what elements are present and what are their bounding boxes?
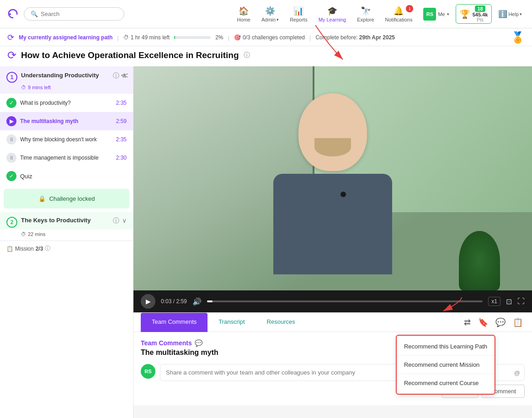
quiz-status-icon: ✓	[6, 171, 16, 181]
challenge-locked: 🔒 Challenge locked	[4, 189, 129, 209]
comment-icon[interactable]: 💬	[494, 316, 507, 329]
lesson-4-status-icon: ⏸	[6, 153, 16, 163]
bookmark-icon[interactable]: 🔖	[476, 316, 490, 329]
recommend-course[interactable]: Recommend current Course	[397, 374, 495, 392]
lock-icon: 🔒	[38, 195, 46, 202]
lp-sep2: |	[228, 34, 229, 41]
video-head	[298, 93, 367, 171]
nav-my-learning-label: My Learning	[319, 17, 346, 22]
video-frame	[133, 66, 532, 290]
recommend-mission[interactable]: Recommend current Mission	[397, 355, 495, 374]
pts-value: 545.4k	[473, 12, 488, 17]
lp-progress-pct: 2%	[215, 34, 223, 41]
lp-title-row: ⟳ How to Achieve Operational Excellence …	[0, 46, 532, 66]
title-info-icon[interactable]: ⓘ	[244, 51, 250, 59]
nav-notifications[interactable]: 1 🔔 Notifications	[381, 4, 417, 24]
tabs-row: Team Comments Transcript Resources ⇄ 🔖 💬…	[133, 313, 532, 332]
lp-complete-before: Complete before: 29th Apr 2025	[315, 34, 395, 41]
nav-explore[interactable]: 🔭 Explore	[352, 4, 378, 24]
notification-badge: 1	[406, 5, 413, 12]
section1-header: 1 Understanding Productivity ⓘ ∧	[0, 66, 133, 85]
lp-title-icon: ⟳	[7, 49, 16, 62]
caption-icon[interactable]: ⊡	[506, 297, 512, 306]
lp-assigned-label: My currently assigned learning path	[19, 34, 112, 41]
speed-button[interactable]: x1	[488, 297, 500, 306]
section1-title: Understanding Productivity	[21, 72, 109, 79]
sidebar-collapse-button[interactable]: ≪	[121, 71, 128, 80]
me-button[interactable]: RS Me ▾	[419, 6, 453, 22]
main-nav: 🏠 Home ⚙️ Admin ▾ 📊 Reports 🎓 My Learnin…	[233, 4, 527, 24]
lp-challenges: 🎯 0/3 challenges completed	[234, 34, 305, 41]
nav-notifications-label: Notifications	[385, 17, 413, 22]
lesson-1-name: What is productivity?	[20, 100, 112, 106]
video-controls: ▶ 0:03 / 2:59 🔊 x1 ⊡ ⛶	[133, 290, 532, 312]
main-content: ≪ 1 Understanding Productivity ⓘ ∧ ⏱ 9 m…	[0, 66, 532, 418]
nav-admin[interactable]: ⚙️ Admin ▾	[257, 4, 283, 24]
lesson-1-status-icon: ✓	[6, 98, 16, 108]
at-mention-icon[interactable]: @	[514, 369, 520, 376]
help-button[interactable]: ℹ️ Help ▾	[494, 8, 527, 20]
lesson-3-name: Why time blocking doesn't work	[20, 136, 112, 143]
video-body	[273, 174, 392, 274]
tab-resources[interactable]: Resources	[256, 313, 306, 332]
lesson-4[interactable]: ⏸ Time management is impossible 2:30	[0, 149, 133, 167]
lesson-1-time: 2:35	[116, 100, 127, 106]
reports-icon: 📊	[293, 6, 303, 16]
mission-label: Mission	[15, 246, 34, 252]
help-icon: ℹ️	[498, 10, 507, 18]
nav-explore-label: Explore	[357, 17, 374, 22]
section2-expand-icon[interactable]: ∨	[122, 217, 127, 225]
section1-num: 1	[6, 72, 17, 83]
section2-info-icon[interactable]: ⓘ	[113, 217, 119, 225]
nav-my-learning[interactable]: 🎓 My Learning	[314, 4, 351, 24]
section2-clock-icon: ⏱	[21, 231, 26, 237]
recommend-dropdown: Recommend this Learning Path Recommend c…	[396, 335, 495, 395]
lp-sep1: |	[117, 34, 118, 41]
points-icon: 🏆	[460, 9, 470, 19]
lesson-2[interactable]: ▶ The multitasking myth 2:59	[0, 112, 133, 130]
video-progress-bar[interactable]	[207, 300, 483, 302]
award-icon: 🏅	[511, 31, 525, 44]
play-button[interactable]: ▶	[141, 294, 155, 309]
page-title: How to Achieve Operational Excellence in…	[21, 50, 239, 60]
share-icon[interactable]: ⇄	[462, 316, 473, 329]
section1: 1 Understanding Productivity ⓘ ∧ ⏱ 9 min…	[0, 66, 133, 94]
recommend-learning-path[interactable]: Recommend this Learning Path	[397, 338, 495, 355]
video-progress-fill	[207, 300, 213, 302]
notifications-icon: 🔔	[394, 6, 404, 16]
notes-icon[interactable]: 📋	[511, 316, 525, 329]
section1-info-icon[interactable]: ⓘ	[113, 72, 119, 80]
section1-clock-icon: ⏱	[21, 85, 26, 90]
tab-team-comments[interactable]: Team Comments	[141, 313, 207, 332]
help-label: Help	[508, 11, 519, 17]
volume-icon[interactable]: 🔊	[192, 297, 202, 306]
score-badge: 18	[475, 5, 485, 12]
lesson-3-time: 2:35	[116, 136, 127, 143]
lesson-2-status-icon: ▶	[6, 116, 16, 126]
quiz-item[interactable]: ✓ Quiz	[0, 167, 133, 185]
comments-chat-icon: 💬	[195, 339, 202, 347]
sidebar: ≪ 1 Understanding Productivity ⓘ ∧ ⏱ 9 m…	[0, 66, 133, 418]
lesson-2-name: The multitasking myth	[20, 118, 112, 124]
search-input[interactable]	[41, 11, 117, 17]
nav-home[interactable]: 🏠 Home	[233, 4, 255, 24]
section2-title-wrap: The Keys to Productivity	[21, 217, 109, 224]
nav-reports[interactable]: 📊 Reports	[285, 4, 312, 24]
search-box[interactable]: 🔍	[24, 7, 124, 21]
search-icon: 🔍	[31, 11, 38, 17]
lesson-1[interactable]: ✓ What is productivity? 2:35	[0, 94, 133, 112]
nav-reports-label: Reports	[290, 17, 308, 22]
tab-transcript[interactable]: Transcript	[207, 313, 255, 332]
me-chevron-icon: ▾	[447, 12, 449, 16]
lesson-3[interactable]: ⏸ Why time blocking doesn't work 2:35	[0, 130, 133, 149]
section2-icons: ⓘ ∨	[113, 217, 127, 225]
points-display: 🏆 18 545.4k Pts	[456, 4, 492, 24]
section2-title: The Keys to Productivity	[21, 217, 109, 224]
challenge-icon: 🎯	[234, 34, 241, 41]
lp-sep3: |	[309, 34, 311, 41]
home-icon: 🏠	[239, 6, 249, 16]
header: 🔍 🏠 Home ⚙️ Admin ▾ 📊 Reports 🎓 My Learn…	[0, 0, 532, 28]
tab-action-icons: ⇄ 🔖 💬 📋	[462, 316, 525, 329]
fullscreen-icon[interactable]: ⛶	[517, 297, 525, 305]
mission-info-icon[interactable]: ⓘ	[45, 245, 50, 252]
